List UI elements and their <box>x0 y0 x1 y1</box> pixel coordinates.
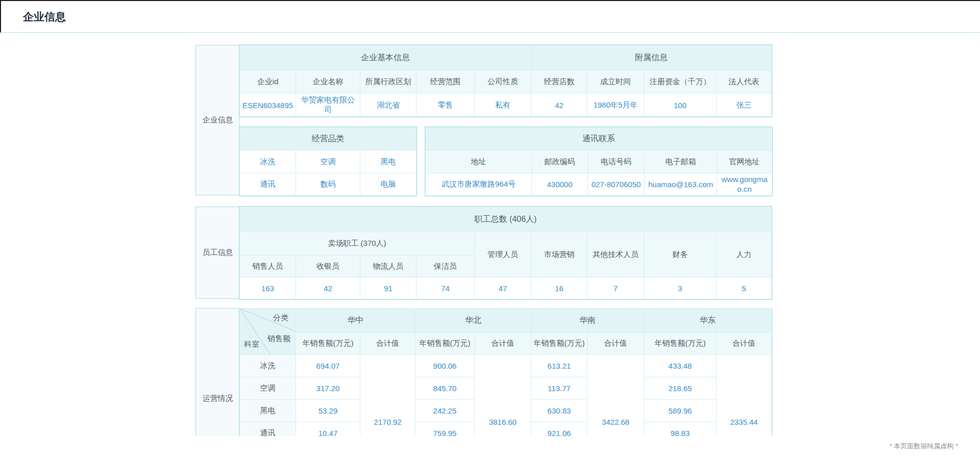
column-header: 管理人员 <box>475 232 531 277</box>
sales-value: 589.96 <box>644 400 717 422</box>
column-header: 公司性质 <box>475 70 531 94</box>
row-label: 冰洗 <box>240 355 296 377</box>
sales-value: 630.83 <box>531 400 587 422</box>
category-cell: 电脑 <box>360 173 416 196</box>
company-nature-value: 私有 <box>475 94 531 117</box>
category-cell: 空调 <box>296 150 360 173</box>
row-label: 通讯 <box>240 422 296 437</box>
row-label: 黑电 <box>240 400 296 422</box>
category-table: 经营品类 冰洗 空调 黑电 通讯 数码 电脑 <box>239 127 416 196</box>
staff-count: 42 <box>296 277 360 299</box>
column-header: 年销售额(万元) <box>415 332 475 355</box>
column-header: 企业名称 <box>296 70 360 94</box>
footer-disclaimer: * 本页面数据纯属虚构 * <box>890 442 958 451</box>
basic-info-title: 企业基本信息 <box>240 45 531 70</box>
staff-count: 91 <box>360 277 416 299</box>
column-header: 注册资金（千万） <box>644 70 717 94</box>
row-label: 空调 <box>240 377 296 400</box>
column-header: 法人代表 <box>717 70 772 94</box>
sales-value: 242.25 <box>415 400 475 422</box>
column-header: 所属行政区划 <box>360 70 416 94</box>
operations-table: 分类 销售额 科室 华中 华北 华南 华东 年销售额(万元) 合计值 年销售额(… <box>239 308 772 436</box>
staff-total-title: 职工总数 (406人) <box>240 207 772 232</box>
column-header: 年销售额(万元) <box>644 332 717 355</box>
staff-count: 163 <box>240 277 296 299</box>
region-total: 3422.68 <box>587 355 644 437</box>
diagonal-label-sales: 销售额 <box>267 334 290 344</box>
staff-info-section: 员工信息 职工总数 (406人) 卖场职工 (370人) 管理人员 市场营销 其… <box>195 207 772 299</box>
sales-value: 98.83 <box>644 422 717 437</box>
column-header: 保洁员 <box>416 255 475 277</box>
sales-value: 921.06 <box>531 422 587 437</box>
diagonal-header-cell: 分类 销售额 科室 <box>240 309 296 355</box>
column-header: 合计值 <box>475 332 531 355</box>
region-total: 2170.92 <box>360 355 415 437</box>
column-header: 成立时间 <box>587 70 644 94</box>
column-header: 其他技术人员 <box>587 232 644 277</box>
postcode-value: 430000 <box>532 173 588 196</box>
top-header-bar: 企业信息 <box>0 0 980 33</box>
sales-value: 900.06 <box>415 355 475 377</box>
column-header: 年销售额(万元) <box>531 332 587 355</box>
page-title: 企业信息 <box>23 10 66 24</box>
sales-value: 613.21 <box>531 355 587 377</box>
sales-value: 218.65 <box>644 377 717 400</box>
column-header: 年销售额(万元) <box>296 332 360 355</box>
region-header: 华中 <box>296 309 415 332</box>
category-cell: 冰洗 <box>240 150 296 173</box>
operations-section-label: 运营情况 <box>195 308 240 436</box>
sales-value: 845.70 <box>415 377 475 400</box>
operations-section: 运营情况 分类 <box>195 308 772 436</box>
staff-section-label: 员工信息 <box>195 207 240 299</box>
column-header: 收银员 <box>296 255 360 277</box>
sales-value: 759.95 <box>415 422 475 437</box>
sales-value: 433.48 <box>644 355 717 377</box>
phone-value: 027-80706050 <box>588 173 645 196</box>
column-header: 电子邮箱 <box>645 150 717 173</box>
column-header: 物流人员 <box>360 255 416 277</box>
staff-count: 7 <box>587 277 644 299</box>
spacer <box>239 117 772 127</box>
store-staff-title: 卖场职工 (370人) <box>240 232 475 255</box>
store-count-value: 42 <box>531 94 587 117</box>
sales-value: 317.20 <box>296 377 360 400</box>
sales-value: 694.07 <box>296 355 360 377</box>
column-header: 销售人员 <box>240 255 296 277</box>
sales-value: 10.47 <box>296 422 360 437</box>
founded-date-value: 1980年5月年 <box>587 94 644 117</box>
website-value: www.gongmao.cn <box>717 173 772 196</box>
sales-value: 113.77 <box>531 377 587 400</box>
staff-count: 3 <box>644 277 717 299</box>
company-info-section: 企业信息 企业基本信息 附属信息 企业id 企业名称 所属行政区划 经营范围 公 <box>195 45 772 196</box>
spacer <box>416 127 425 196</box>
column-header: 合计值 <box>587 332 644 355</box>
category-cell: 数码 <box>296 173 360 196</box>
company-id-value: ESEN6034895 <box>240 94 296 117</box>
staff-count: 16 <box>531 277 587 299</box>
category-cell: 通讯 <box>240 173 296 196</box>
region-total: 2335.44 <box>717 355 772 437</box>
address-value: 武汉市唐家墩路964号 <box>426 173 532 196</box>
legal-person-value: 张三 <box>717 94 772 117</box>
column-header: 企业id <box>240 70 296 94</box>
region-header: 华北 <box>415 309 531 332</box>
category-title: 经营品类 <box>240 127 416 150</box>
main-content: 企业信息 企业基本信息 附属信息 企业id 企业名称 所属行政区划 经营范围 公 <box>195 45 772 436</box>
email-value: huamao@163.com <box>645 173 717 196</box>
diagonal-label-category: 分类 <box>273 313 288 323</box>
staff-table: 职工总数 (406人) 卖场职工 (370人) 管理人员 市场营销 其他技术人员… <box>239 207 772 299</box>
attached-info-title: 附属信息 <box>531 45 772 70</box>
registered-capital-value: 100 <box>644 94 717 117</box>
region-total: 3816.60 <box>475 355 531 437</box>
column-header: 市场营销 <box>531 232 587 277</box>
column-header: 人力 <box>717 232 772 277</box>
column-header: 合计值 <box>717 332 772 355</box>
column-header: 地址 <box>426 150 532 173</box>
category-cell: 黑电 <box>360 150 416 173</box>
company-basic-table: 企业基本信息 附属信息 企业id 企业名称 所属行政区划 经营范围 公司性质 经… <box>239 45 772 117</box>
sales-value: 53.29 <box>296 400 360 422</box>
column-header: 邮政编码 <box>532 150 588 173</box>
operations-clip-region: 运营情况 分类 <box>195 308 772 436</box>
contact-table: 通讯联系 地址 邮政编码 电话号码 电子邮箱 官网地址 武汉市唐家墩路964号 … <box>425 127 772 196</box>
company-region-value: 湖北省 <box>360 94 416 117</box>
